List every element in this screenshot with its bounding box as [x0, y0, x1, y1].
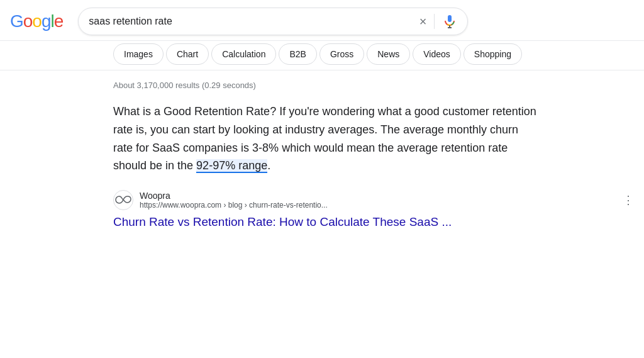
- logo-letter-g2: g: [42, 11, 51, 31]
- source-name: Woopra: [140, 191, 328, 201]
- logo-letter-o1: o: [23, 11, 33, 31]
- search-bar[interactable]: ×: [78, 8, 468, 35]
- google-logo[interactable]: Google: [10, 11, 63, 31]
- filter-pill-b2b[interactable]: B2B: [279, 43, 316, 65]
- logo-letter-e: e: [54, 11, 64, 31]
- filter-pill-videos[interactable]: Videos: [413, 43, 461, 65]
- source-icon: [113, 190, 133, 210]
- snippet-highlight: 92-97% range: [196, 159, 267, 173]
- search-input[interactable]: [89, 16, 419, 27]
- search-divider: [434, 14, 435, 29]
- result-link[interactable]: Churn Rate vs Retention Rate: How to Cal…: [113, 215, 541, 229]
- logo-letter-o2: o: [32, 11, 42, 31]
- header: Google ×: [0, 0, 644, 41]
- mic-button[interactable]: [442, 14, 457, 29]
- filter-pill-images[interactable]: Images: [113, 43, 164, 65]
- filter-pill-news[interactable]: News: [367, 43, 410, 65]
- filter-pill-shopping[interactable]: Shopping: [464, 43, 522, 65]
- filter-pill-calculation[interactable]: Calculation: [211, 43, 276, 65]
- source-menu-icon[interactable]: ⋮: [623, 193, 634, 207]
- filter-pill-chart[interactable]: Chart: [166, 43, 209, 65]
- svg-rect-0: [448, 15, 452, 22]
- mic-icon: [442, 14, 457, 29]
- snippet-text: What is a Good Retention Rate? If you're…: [113, 103, 541, 175]
- filter-pill-gross[interactable]: Gross: [319, 43, 364, 65]
- results-count: About 3,170,000 results (0.29 seconds): [113, 81, 634, 90]
- snippet-text-before: What is a Good Retention Rate? If you're…: [113, 105, 536, 172]
- source-url: https://www.woopra.com › blog › churn-ra…: [140, 201, 328, 210]
- featured-snippet: What is a Good Retention Rate? If you're…: [113, 103, 541, 175]
- snippet-text-after: .: [267, 159, 270, 172]
- clear-search-icon[interactable]: ×: [419, 15, 427, 28]
- results-area: About 3,170,000 results (0.29 seconds) W…: [0, 70, 644, 239]
- source-info: Woopra https://www.woopra.com › blog › c…: [140, 191, 328, 210]
- search-filters: Images Chart Calculation B2B Gross News …: [0, 41, 644, 70]
- source-row: Woopra https://www.woopra.com › blog › c…: [113, 190, 634, 210]
- woopra-logo-icon: [115, 195, 131, 205]
- logo-letter-g: G: [10, 11, 23, 31]
